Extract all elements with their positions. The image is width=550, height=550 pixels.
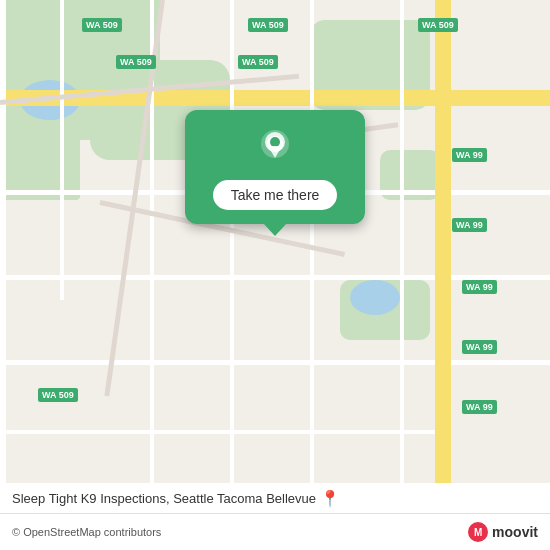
road xyxy=(400,0,404,550)
route-badge-wa509: WA 509 xyxy=(116,55,156,69)
route-badge-wa99: WA 99 xyxy=(452,218,487,232)
attribution-text: © OpenStreetMap contributors xyxy=(12,526,468,538)
moovit-brand-text: moovit xyxy=(492,524,538,540)
route-badge-wa509: WA 509 xyxy=(418,18,458,32)
route-badge-wa509: WA 509 xyxy=(82,18,122,32)
route-badge-wa99: WA 99 xyxy=(462,400,497,414)
map-container: WA 509 WA 509 WA 509 WA 509 WA 509 WA 99… xyxy=(0,0,550,550)
route-badge-wa99: WA 99 xyxy=(462,340,497,354)
route-badge-wa509: WA 509 xyxy=(238,55,278,69)
info-bar: Sleep Tight K9 Inspections, Seattle Taco… xyxy=(0,483,550,514)
route-badge-wa99: WA 99 xyxy=(462,280,497,294)
moovit-logo: M moovit xyxy=(468,522,538,542)
route-badge-wa509: WA 509 xyxy=(38,388,78,402)
highway-vertical xyxy=(435,0,451,550)
road xyxy=(310,0,314,550)
location-info-text: Sleep Tight K9 Inspections, Seattle Taco… xyxy=(12,491,316,506)
location-pin-icon xyxy=(253,126,297,170)
svg-point-4 xyxy=(270,137,280,147)
take-me-there-button[interactable]: Take me there xyxy=(213,180,338,210)
route-badge-wa509: WA 509 xyxy=(248,18,288,32)
route-badge-wa99: WA 99 xyxy=(452,148,487,162)
location-card: Take me there xyxy=(185,110,365,224)
road xyxy=(0,360,550,365)
road xyxy=(60,0,64,300)
water-area xyxy=(350,280,400,315)
moovit-icon: M xyxy=(468,522,488,542)
red-pin-icon: 📍 xyxy=(320,489,340,508)
road xyxy=(0,0,6,550)
road xyxy=(0,430,440,434)
bottom-bar: © OpenStreetMap contributors M moovit xyxy=(0,513,550,550)
